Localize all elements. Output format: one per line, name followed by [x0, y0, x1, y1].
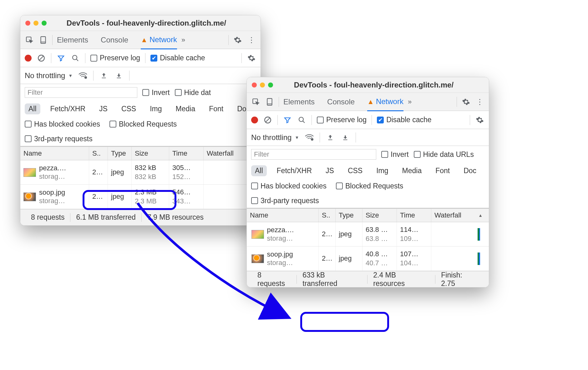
chip-fetch-xhr[interactable]: Fetch/XHR — [47, 103, 89, 114]
zoom-icon[interactable] — [268, 82, 273, 88]
minimize-icon[interactable] — [260, 82, 265, 88]
col-type[interactable]: Type — [336, 209, 362, 222]
search-icon[interactable] — [71, 53, 80, 63]
hide-data-urls-checkbox[interactable]: Hide data URLs — [414, 150, 474, 159]
col-status[interactable]: S.. — [89, 147, 108, 160]
tab-console[interactable]: Console — [101, 36, 128, 49]
more-tabs-icon[interactable]: » — [408, 98, 412, 106]
blocked-requests-checkbox[interactable]: Blocked Requests — [336, 182, 403, 190]
type-cell: jpeg — [336, 247, 362, 271]
col-name[interactable]: Name — [247, 209, 319, 222]
col-size[interactable]: Size — [132, 147, 169, 160]
time-cell: 107…104… — [397, 247, 431, 271]
blocked-cookies-checkbox[interactable]: Has blocked cookies — [25, 120, 100, 128]
download-icon[interactable] — [114, 71, 124, 80]
upload-icon[interactable] — [99, 71, 109, 80]
chip-media[interactable]: Media — [398, 165, 426, 176]
status-cell: 2… — [319, 247, 336, 271]
col-type[interactable]: Type — [108, 147, 132, 160]
table-row[interactable]: soop.jpg storag… 2… jpeg 40.8 …40.7 … 10… — [247, 247, 489, 271]
col-time[interactable]: Time — [397, 209, 431, 222]
col-name[interactable]: Name — [20, 147, 89, 160]
table-row[interactable]: pezza.… storag… 2… jpeg 63.8 …63.8 … 114… — [247, 222, 489, 247]
throttle-dropdown[interactable]: No throttling ▼ — [25, 71, 73, 80]
network-settings-gear-icon[interactable] — [247, 53, 256, 63]
warning-icon: ▲ — [367, 98, 374, 106]
close-icon[interactable] — [252, 82, 257, 88]
chip-js[interactable]: JS — [322, 165, 338, 176]
device-toggle-icon[interactable] — [265, 97, 274, 107]
more-tabs-icon[interactable]: » — [181, 36, 185, 44]
chip-fetch-xhr[interactable]: Fetch/XHR — [273, 165, 316, 176]
chip-js[interactable]: JS — [95, 103, 111, 114]
devtools-window-1: DevTools - foul-heavenly-direction.glitc… — [20, 15, 261, 226]
col-time[interactable]: Time — [169, 147, 204, 160]
col-status[interactable]: S.. — [319, 209, 336, 222]
tab-elements[interactable]: Elements — [57, 36, 88, 49]
zoom-icon[interactable] — [42, 21, 47, 26]
invert-checkbox[interactable]: Invert — [142, 88, 170, 97]
close-icon[interactable] — [25, 21, 30, 26]
separator — [241, 53, 242, 63]
chip-all[interactable]: All — [25, 103, 40, 114]
clear-icon[interactable] — [37, 53, 46, 63]
blocked-requests-checkbox[interactable]: Blocked Requests — [109, 120, 177, 128]
filter-icon[interactable] — [283, 115, 292, 125]
gear-icon[interactable] — [461, 97, 471, 107]
filter-icon[interactable] — [56, 53, 66, 63]
record-icon[interactable] — [251, 117, 258, 123]
gear-icon[interactable] — [233, 35, 242, 45]
traffic-lights — [25, 21, 47, 26]
network-settings-gear-icon[interactable] — [475, 115, 484, 125]
third-party-checkbox[interactable]: 3rd-party requests — [251, 197, 319, 205]
tab-console[interactable]: Console — [327, 98, 355, 111]
tab-elements[interactable]: Elements — [283, 98, 315, 111]
col-waterfall[interactable]: Waterfall▲ — [431, 209, 489, 222]
separator — [279, 97, 279, 107]
separator — [470, 115, 470, 125]
chip-ws[interactable]: WS — [486, 165, 489, 176]
chip-doc[interactable]: Doc — [460, 165, 480, 176]
chip-img[interactable]: Img — [373, 165, 392, 176]
search-icon[interactable] — [297, 115, 307, 125]
download-icon[interactable] — [341, 133, 350, 142]
chip-font[interactable]: Font — [205, 103, 227, 114]
col-size[interactable]: Size — [362, 209, 397, 222]
chip-css[interactable]: CSS — [118, 103, 140, 114]
device-toggle-icon[interactable] — [38, 35, 48, 45]
kebab-icon[interactable]: ⋮ — [475, 97, 484, 107]
window-title: DevTools - foul-heavenly-direction.glitc… — [276, 81, 484, 89]
tab-network[interactable]: ▲Network — [367, 97, 403, 111]
wifi-gear-icon[interactable] — [78, 71, 88, 80]
inspect-icon[interactable] — [25, 35, 34, 45]
blocked-cookies-checkbox[interactable]: Has blocked cookies — [251, 182, 327, 190]
chip-font[interactable]: Font — [432, 165, 454, 176]
kebab-icon[interactable]: ⋮ — [247, 35, 256, 45]
upload-icon[interactable] — [326, 133, 335, 142]
filter-input[interactable]: Filter — [25, 87, 137, 98]
disable-cache-checkbox[interactable]: ✔ Disable cache — [377, 116, 431, 124]
table-row[interactable]: pezza.… storag… 2… jpeg 832 kB832 kB 305… — [20, 160, 261, 185]
checkbox-icon — [25, 121, 32, 128]
chip-media[interactable]: Media — [172, 103, 199, 114]
hide-data-urls-checkbox[interactable]: Hide dat — [175, 88, 211, 97]
invert-checkbox[interactable]: Invert — [381, 150, 409, 159]
third-party-checkbox[interactable]: 3rd-party requests — [25, 135, 93, 143]
minimize-icon[interactable] — [33, 21, 38, 26]
chip-css[interactable]: CSS — [344, 165, 366, 176]
chip-all[interactable]: All — [251, 165, 267, 176]
disable-cache-checkbox[interactable]: ✔ Disable cache — [150, 54, 205, 62]
table-row[interactable]: soop.jpg storag… 2… jpeg 2.3 MB2.3 MB 54… — [20, 185, 261, 209]
preserve-log-checkbox[interactable]: Preserve log — [90, 54, 140, 62]
clear-icon[interactable] — [263, 115, 272, 125]
wifi-gear-icon[interactable] — [305, 133, 314, 142]
chevron-down-icon: ▼ — [68, 73, 73, 78]
chip-img[interactable]: Img — [146, 103, 165, 114]
record-icon[interactable] — [25, 55, 32, 62]
throttle-dropdown[interactable]: No throttling ▼ — [251, 133, 299, 142]
preserve-log-checkbox[interactable]: Preserve log — [317, 116, 367, 124]
inspect-icon[interactable] — [251, 97, 261, 107]
filter-input[interactable]: Filter — [251, 149, 376, 160]
third-party-label: 3rd-party requests — [261, 197, 319, 205]
tab-network[interactable]: ▲Network — [141, 35, 177, 49]
